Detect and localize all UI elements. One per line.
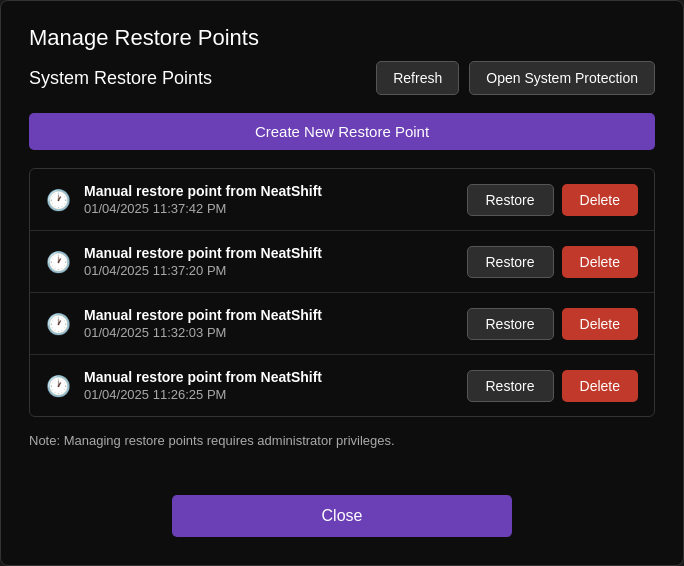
restore-point-date: 01/04/2025 11:37:20 PM <box>84 263 453 278</box>
header-buttons: Refresh Open System Protection <box>376 61 655 95</box>
restore-point-date: 01/04/2025 11:26:25 PM <box>84 387 453 402</box>
item-action-buttons: Restore Delete <box>467 246 639 278</box>
restore-item: 🕐 Manual restore point from NeatShift 01… <box>30 293 654 355</box>
restore-point-name: Manual restore point from NeatShift <box>84 307 453 323</box>
clock-icon: 🕐 <box>46 250 70 274</box>
item-action-buttons: Restore Delete <box>467 184 639 216</box>
restore-point-name: Manual restore point from NeatShift <box>84 369 453 385</box>
footer: Close <box>29 495 655 537</box>
restore-info: Manual restore point from NeatShift 01/0… <box>84 245 453 278</box>
restore-point-date: 01/04/2025 11:37:42 PM <box>84 201 453 216</box>
refresh-button[interactable]: Refresh <box>376 61 459 95</box>
delete-button[interactable]: Delete <box>562 308 638 340</box>
restore-point-name: Manual restore point from NeatShift <box>84 245 453 261</box>
open-system-protection-button[interactable]: Open System Protection <box>469 61 655 95</box>
restore-points-list: 🕐 Manual restore point from NeatShift 01… <box>29 168 655 417</box>
clock-icon: 🕐 <box>46 312 70 336</box>
note-text: Note: Managing restore points requires a… <box>29 433 655 448</box>
delete-button[interactable]: Delete <box>562 184 638 216</box>
subtitle: System Restore Points <box>29 68 212 89</box>
restore-button[interactable]: Restore <box>467 184 554 216</box>
restore-item: 🕐 Manual restore point from NeatShift 01… <box>30 169 654 231</box>
restore-item: 🕐 Manual restore point from NeatShift 01… <box>30 231 654 293</box>
restore-button[interactable]: Restore <box>467 370 554 402</box>
item-action-buttons: Restore Delete <box>467 370 639 402</box>
manage-restore-points-window: Manage Restore Points System Restore Poi… <box>0 0 684 566</box>
restore-info: Manual restore point from NeatShift 01/0… <box>84 369 453 402</box>
create-restore-point-button[interactable]: Create New Restore Point <box>29 113 655 150</box>
item-action-buttons: Restore Delete <box>467 308 639 340</box>
restore-button[interactable]: Restore <box>467 246 554 278</box>
delete-button[interactable]: Delete <box>562 246 638 278</box>
restore-item: 🕐 Manual restore point from NeatShift 01… <box>30 355 654 416</box>
header-row: System Restore Points Refresh Open Syste… <box>29 61 655 95</box>
clock-icon: 🕐 <box>46 188 70 212</box>
window-title: Manage Restore Points <box>29 25 655 51</box>
clock-icon: 🕐 <box>46 374 70 398</box>
close-button[interactable]: Close <box>172 495 512 537</box>
restore-button[interactable]: Restore <box>467 308 554 340</box>
restore-point-date: 01/04/2025 11:32:03 PM <box>84 325 453 340</box>
restore-info: Manual restore point from NeatShift 01/0… <box>84 183 453 216</box>
restore-point-name: Manual restore point from NeatShift <box>84 183 453 199</box>
delete-button[interactable]: Delete <box>562 370 638 402</box>
restore-info: Manual restore point from NeatShift 01/0… <box>84 307 453 340</box>
